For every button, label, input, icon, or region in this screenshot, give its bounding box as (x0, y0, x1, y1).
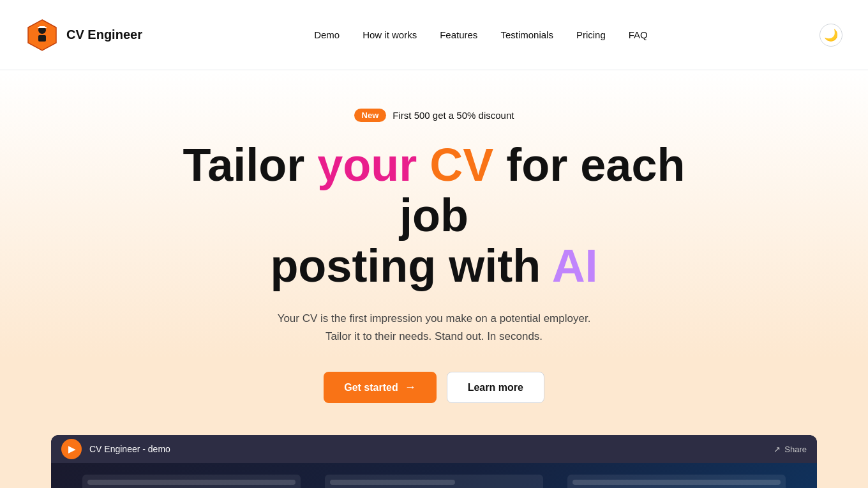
nav-item-demo[interactable]: Demo (314, 29, 340, 41)
share-icon: ↗ (774, 445, 781, 454)
nav-item-pricing[interactable]: Pricing (576, 29, 606, 41)
demo-video[interactable]: ▶ CV Engineer - demo ↗ Share localhost (51, 435, 817, 488)
cta-row: Get started → Learn more (324, 372, 544, 403)
arrow-icon: → (405, 381, 416, 394)
navbar: CV Engineer Demo How it works Features T… (0, 0, 868, 70)
video-panel-right (567, 475, 786, 488)
nav-item-features[interactable]: Features (440, 29, 477, 41)
get-started-button[interactable]: Get started → (324, 372, 436, 403)
svg-rect-3 (38, 35, 46, 42)
panel-line (330, 480, 455, 485)
headline-cv: CV (430, 139, 493, 190)
video-content: localhost (51, 463, 817, 488)
panel-line (572, 480, 781, 485)
badge-text: First 500 get a 50% discount (393, 110, 514, 121)
nav-item-faq[interactable]: FAQ (629, 29, 648, 41)
video-bar: ▶ CV Engineer - demo ↗ Share (51, 435, 817, 463)
nav-links: Demo How it works Features Testimonials … (314, 29, 648, 41)
logo-icon (26, 19, 59, 52)
svg-rect-5 (38, 27, 47, 28)
logo[interactable]: CV Engineer (26, 19, 142, 52)
share-label: Share (784, 445, 807, 454)
headline-ai: AI (552, 240, 598, 291)
video-panel-left (82, 475, 301, 488)
learn-more-button[interactable]: Learn more (447, 372, 544, 403)
nav-item-testimonials[interactable]: Testimonials (500, 29, 553, 41)
video-share[interactable]: ↗ Share (774, 445, 807, 454)
headline-space (417, 139, 430, 190)
dark-mode-toggle[interactable]: 🌙 (819, 24, 842, 47)
moon-icon: 🌙 (824, 28, 838, 42)
hero-subheadline: Your CV is the first impression you make… (278, 310, 591, 347)
logo-text: CV Engineer (66, 27, 142, 42)
nav-item-how-it-works[interactable]: How it works (363, 29, 417, 41)
headline-tailor: Tailor (183, 139, 318, 190)
badge-row: New First 500 get a 50% discount (354, 109, 514, 122)
learn-more-label: Learn more (468, 382, 523, 393)
headline-your: your (317, 139, 417, 190)
subline-1: Your CV is the first impression you make… (278, 312, 591, 324)
hero-section: New First 500 get a 50% discount Tailor … (0, 70, 868, 488)
get-started-label: Get started (344, 382, 398, 393)
hero-headline: Tailor your CV for each jobposting with … (147, 140, 721, 292)
panel-line (87, 480, 296, 485)
subline-2: Tailor it to their needs. Stand out. In … (326, 330, 542, 342)
video-title: CV Engineer - demo (89, 444, 170, 454)
new-badge: New (354, 109, 387, 122)
video-panel-center (325, 475, 543, 488)
video-channel-icon: ▶ (61, 439, 82, 459)
